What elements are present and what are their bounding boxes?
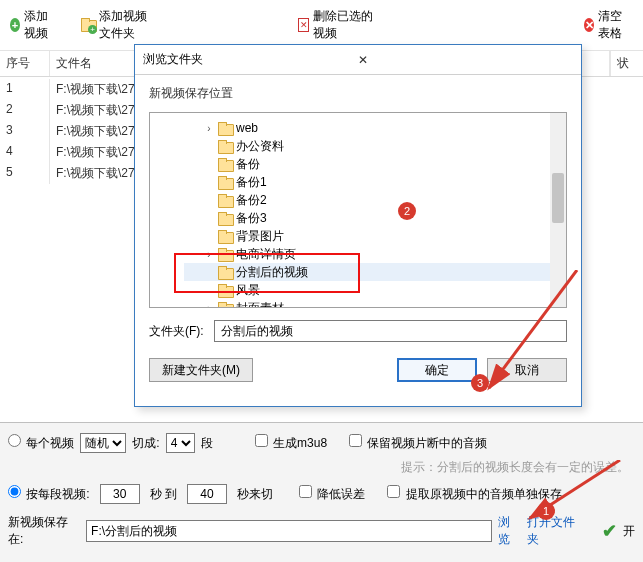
annotation-badge-3: 3 — [471, 374, 489, 392]
delete-icon: ✕ — [298, 18, 309, 32]
col-index-header: 序号 — [0, 51, 50, 76]
row-index: 2 — [0, 100, 50, 121]
twisty-icon: › — [204, 303, 214, 309]
clear-table-button[interactable]: ✕ 清空表格 — [584, 8, 633, 42]
tree-item-label: 封面素材 — [236, 300, 284, 309]
browse-link[interactable]: 浏览 — [498, 514, 521, 548]
col-status-header: 状 — [610, 51, 643, 76]
tree-item-label: web — [236, 121, 258, 135]
ok-button[interactable]: 确定 — [397, 358, 477, 382]
twisty-icon: › — [204, 123, 214, 134]
dialog-close-button[interactable]: ✕ — [354, 53, 573, 67]
folder-icon — [218, 230, 232, 242]
tree-item[interactable]: ›web — [184, 119, 566, 137]
add-video-label: 添加视频 — [24, 8, 59, 42]
tree-item[interactable]: 风景 — [184, 281, 566, 299]
tree-scrollbar[interactable] — [550, 113, 566, 307]
save-path-label: 新视频保存在: — [8, 514, 80, 548]
save-path-input[interactable] — [86, 520, 492, 542]
tree-item-label: 备份 — [236, 156, 260, 173]
per-video-radio[interactable]: 每个视频 — [8, 434, 74, 452]
dialog-subtitle: 新视频保存位置 — [149, 85, 567, 102]
tree-item-label: 备份2 — [236, 192, 267, 209]
tree-item[interactable]: 备份2 — [184, 191, 566, 209]
dialog-title: 浏览文件夹 — [143, 51, 354, 68]
tree-item[interactable]: 分割后的视频 — [184, 263, 566, 281]
tree-item-label: 分割后的视频 — [236, 264, 308, 281]
tree-item[interactable]: ›电商详情页 — [184, 245, 566, 263]
tree-item[interactable]: 背景图片 — [184, 227, 566, 245]
add-video-button[interactable]: + 添加视频 — [10, 8, 59, 42]
folder-tree[interactable]: ›web办公资料备份备份1备份2备份3背景图片›电商详情页分割后的视频风景›封面… — [149, 112, 567, 308]
check-icon: ✔ — [602, 520, 617, 542]
folder-field-label: 文件夹(F): — [149, 323, 204, 340]
folder-icon — [218, 176, 232, 188]
folder-icon — [218, 122, 232, 134]
folder-plus-icon: + — [81, 18, 95, 32]
cut-into-label: 切成: — [132, 435, 159, 452]
tree-item-label: 背景图片 — [236, 228, 284, 245]
reduce-error-checkbox[interactable]: 降低误差 — [299, 485, 365, 503]
browse-folder-dialog: 浏览文件夹 ✕ 新视频保存位置 ›web办公资料备份备份1备份2备份3背景图片›… — [134, 44, 582, 407]
tree-item[interactable]: ›封面素材 — [184, 299, 566, 308]
segments-unit: 段 — [201, 435, 213, 452]
close-icon: ✕ — [584, 18, 594, 32]
row-index: 5 — [0, 163, 50, 184]
sec-from-input[interactable] — [100, 484, 140, 504]
tree-item[interactable]: 备份 — [184, 155, 566, 173]
folder-icon — [218, 248, 232, 260]
add-folder-button[interactable]: + 添加视频文件夹 — [81, 8, 158, 42]
add-folder-label: 添加视频文件夹 — [99, 8, 158, 42]
folder-icon — [218, 194, 232, 206]
delete-selected-button[interactable]: ✕ 删除已选的视频 — [298, 8, 374, 42]
tree-item-label: 备份1 — [236, 174, 267, 191]
new-folder-button[interactable]: 新建文件夹(M) — [149, 358, 253, 382]
twisty-icon: › — [204, 249, 214, 260]
row-index: 4 — [0, 142, 50, 163]
tree-item[interactable]: 备份3 — [184, 209, 566, 227]
plus-icon: + — [10, 18, 20, 32]
sec-mid-label: 秒 到 — [150, 486, 177, 503]
tree-item-label: 备份3 — [236, 210, 267, 227]
scroll-thumb[interactable] — [552, 173, 564, 223]
folder-icon — [218, 158, 232, 170]
tree-item[interactable]: 办公资料 — [184, 137, 566, 155]
row-index: 1 — [0, 79, 50, 100]
folder-icon — [218, 302, 232, 308]
cancel-button[interactable]: 取消 — [487, 358, 567, 382]
segments-select[interactable]: 4 — [166, 433, 195, 453]
annotation-badge-2: 2 — [398, 202, 416, 220]
sec-unit-label: 秒来切 — [237, 486, 273, 503]
folder-icon — [218, 140, 232, 152]
hint-text: 提示：分割后的视频长度会有一定的误差。 — [401, 459, 629, 476]
tree-item-label: 电商详情页 — [236, 246, 296, 263]
folder-name-input[interactable] — [214, 320, 567, 342]
delete-selected-label: 删除已选的视频 — [313, 8, 374, 42]
row-index: 3 — [0, 121, 50, 142]
annotation-badge-1: 1 — [537, 502, 555, 520]
per-segment-radio[interactable]: 按每段视频: — [8, 485, 90, 503]
open-folder-link[interactable]: 打开文件夹 — [527, 514, 584, 548]
start-label: 开 — [623, 523, 635, 540]
folder-icon — [218, 266, 232, 278]
sec-to-input[interactable] — [187, 484, 227, 504]
folder-icon — [218, 284, 232, 296]
tree-item-label: 风景 — [236, 282, 260, 299]
extract-audio-checkbox[interactable]: 提取原视频中的音频单独保存 — [387, 485, 561, 503]
gen-m3u8-checkbox[interactable]: 生成m3u8 — [255, 434, 327, 452]
folder-icon — [218, 212, 232, 224]
keep-audio-checkbox[interactable]: 保留视频片断中的音频 — [349, 434, 487, 452]
tree-item[interactable]: 备份1 — [184, 173, 566, 191]
clear-table-label: 清空表格 — [598, 8, 633, 42]
tree-item-label: 办公资料 — [236, 138, 284, 155]
random-select[interactable]: 随机 — [80, 433, 126, 453]
